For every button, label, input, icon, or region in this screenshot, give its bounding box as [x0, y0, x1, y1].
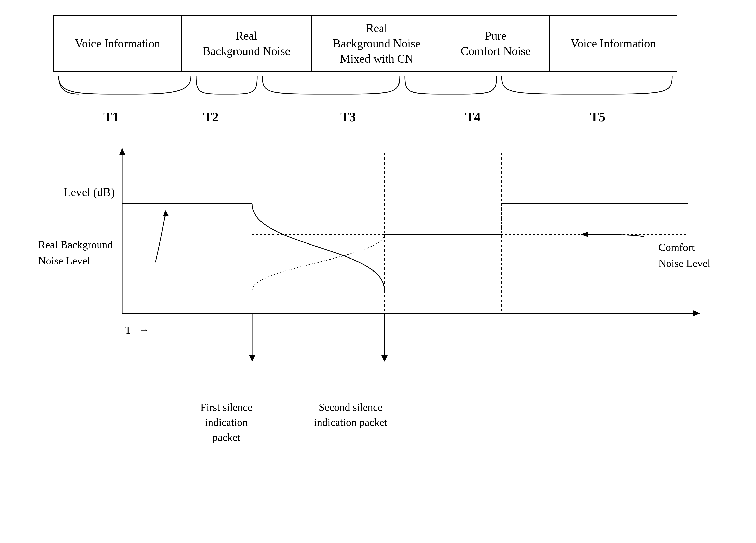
braces-svg	[53, 74, 677, 107]
label-t2: T2	[203, 110, 219, 125]
svg-marker-19	[163, 210, 169, 216]
svg-marker-3	[693, 310, 700, 316]
table-section: Voice Information RealBackground Noise R…	[53, 15, 677, 72]
chart-area: Level (dB) T →	[38, 140, 713, 369]
label-t5: T5	[590, 110, 606, 125]
segments-table: Voice Information RealBackground Noise R…	[53, 15, 677, 72]
svg-marker-20	[581, 232, 588, 237]
braces-section	[53, 74, 677, 107]
cell-real-bg-noise: RealBackground Noise	[181, 16, 312, 71]
svg-text:→: →	[139, 324, 149, 336]
svg-marker-1	[119, 148, 125, 155]
real-bg-noise-label: Real BackgroundNoise Level	[38, 237, 113, 269]
time-labels: T1 T2 T3 T4 T5	[53, 110, 677, 132]
label-t3: T3	[340, 110, 356, 125]
svg-marker-16	[249, 355, 255, 362]
cell-real-bg-mixed: RealBackground NoiseMixed with CN	[312, 16, 442, 71]
chart-svg: Level (dB) T →	[38, 140, 713, 369]
svg-text:Level (dB): Level (dB)	[64, 186, 115, 199]
comfort-noise-label: ComfortNoise Level	[658, 239, 710, 271]
second-silence-label: Second silenceindication packet	[312, 400, 389, 430]
label-t4: T4	[465, 110, 481, 125]
main-container: Voice Information RealBackground Noise R…	[38, 15, 713, 525]
cell-pure-comfort: PureComfort Noise	[442, 16, 549, 71]
svg-text:T: T	[125, 324, 131, 336]
cell-voice-info-2: Voice Information	[549, 16, 677, 71]
cell-voice-info-1: Voice Information	[54, 16, 182, 71]
label-t1: T1	[103, 110, 119, 125]
svg-marker-18	[381, 355, 388, 362]
first-silence-label: First silenceindication packet	[191, 400, 262, 445]
